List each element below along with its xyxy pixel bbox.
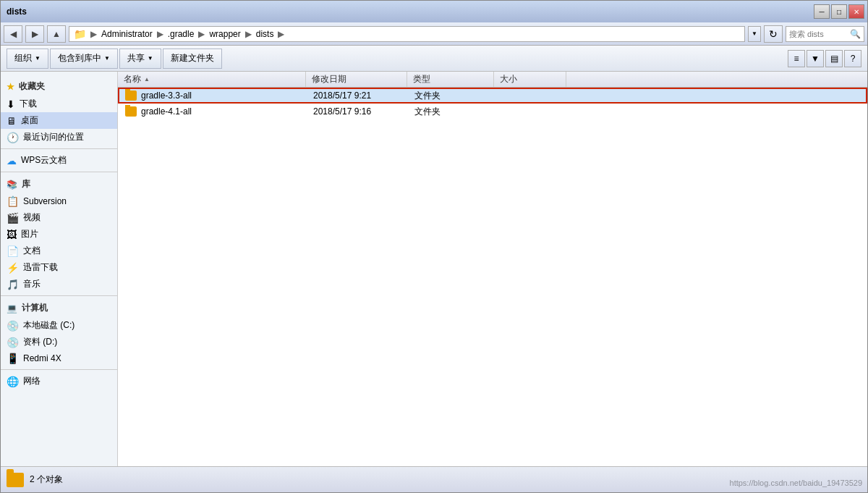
maximize-button[interactable]: □: [831, 4, 847, 19]
up-button[interactable]: ▲: [47, 25, 66, 43]
table-row[interactable]: gradle-4.1-all 2018/5/17 9:16 文件夹: [118, 104, 867, 119]
col-header-size[interactable]: 大小: [494, 72, 566, 87]
help-button[interactable]: ?: [844, 50, 861, 67]
search-box: 🔍: [786, 26, 864, 42]
file-pane: 名称 ▲ 修改日期 类型 大小 gradl: [118, 72, 867, 466]
computer-header[interactable]: 💻 计算机: [1, 299, 117, 317]
back-button[interactable]: ◀: [4, 25, 22, 43]
sidebar-item-document[interactable]: 📄 文档: [1, 243, 117, 259]
preview-pane-button[interactable]: ▤: [825, 50, 843, 67]
file-date: 2018/5/17 9:16: [313, 106, 371, 117]
include-library-button[interactable]: 包含到库中 ▼: [50, 49, 118, 69]
close-button[interactable]: ✕: [848, 4, 864, 19]
sidebar-item-subversion[interactable]: 📋 Subversion: [1, 193, 117, 209]
divider-2: [1, 172, 117, 172]
share-label: 共享: [127, 52, 145, 64]
sidebar-item-music[interactable]: 🎵 音乐: [1, 276, 117, 292]
col-header-date[interactable]: 修改日期: [306, 72, 407, 87]
new-folder-button[interactable]: 新建文件夹: [163, 49, 222, 69]
favorites-header[interactable]: ★ 收藏夹: [1, 77, 117, 96]
path-admin[interactable]: Administrator: [101, 29, 153, 39]
file-size-cell: [495, 89, 568, 102]
file-date-cell: 2018/5/17 9:21: [307, 89, 409, 102]
library-icon: 📚: [7, 180, 17, 190]
view-dropdown-button[interactable]: ▼: [807, 50, 824, 67]
local-disk-icon: 💿: [7, 320, 19, 332]
forward-button[interactable]: ▶: [25, 25, 44, 43]
library-dropdown-arrow: ▼: [104, 55, 110, 62]
new-folder-label: 新建文件夹: [171, 52, 214, 64]
local-disk-label: 本地磁盘 (C:): [23, 319, 111, 332]
share-button[interactable]: 共享 ▼: [119, 49, 161, 69]
music-label: 音乐: [23, 278, 111, 290]
sidebar-item-image[interactable]: 🖼 图片: [1, 226, 117, 243]
view-details-button[interactable]: ≡: [788, 50, 805, 67]
file-type: 文件夹: [414, 90, 441, 102]
status-count: 2 个对象: [30, 473, 63, 486]
library-header[interactable]: 📚 库: [1, 175, 117, 193]
sidebar-item-disk-d[interactable]: 💿 资料 (D:): [1, 334, 117, 350]
computer-label: 计算机: [22, 302, 48, 314]
sidebar-item-wps[interactable]: ☁ WPS云文档: [1, 152, 117, 169]
subversion-label: Subversion: [23, 196, 111, 206]
image-icon: 🖼: [7, 229, 17, 240]
sidebar-item-download[interactable]: ⬇ 下载: [1, 96, 117, 112]
computer-icon: 💻: [7, 303, 17, 313]
network-label: 网络: [23, 375, 111, 387]
share-dropdown-arrow: ▼: [148, 55, 153, 62]
sidebar: ★ 收藏夹 ⬇ 下载 🖥 桌面 🕐 最近访问的位置: [1, 72, 118, 466]
search-input[interactable]: [789, 30, 847, 38]
include-library-label: 包含到库中: [58, 52, 101, 64]
subversion-icon: 📋: [7, 195, 19, 207]
wps-section: ☁ WPS云文档: [1, 152, 117, 169]
toolbar: 组织 ▼ 包含到库中 ▼ 共享 ▼ 新建文件夹 ≡ ▼ ▤ ?: [1, 46, 867, 72]
address-path[interactable]: 📁 ▶ Administrator ▶ .gradle ▶ wrapper ▶ …: [69, 26, 745, 42]
table-row[interactable]: gradle-3.3-all 2018/5/17 9:21 文件夹: [118, 88, 867, 104]
organize-button[interactable]: 组织 ▼: [7, 49, 48, 69]
file-date-cell: 2018/5/17 9:16: [307, 105, 409, 118]
file-size-cell: [495, 105, 568, 118]
folder-icon: 📁: [74, 28, 86, 40]
col-header-type[interactable]: 类型: [407, 72, 494, 87]
search-icon[interactable]: 🔍: [850, 29, 861, 39]
xunlei-label: 迅雷下载: [23, 261, 111, 274]
folder-icon: [125, 90, 137, 101]
sidebar-item-video[interactable]: 🎬 视频: [1, 209, 117, 226]
file-type-cell: 文件夹: [409, 89, 495, 102]
organize-dropdown-arrow: ▼: [35, 55, 41, 62]
col-header-name[interactable]: 名称 ▲: [118, 72, 306, 87]
desktop-icon: 🖥: [7, 115, 17, 127]
sidebar-item-local-disk[interactable]: 💿 本地磁盘 (C:): [1, 317, 117, 334]
sidebar-item-network[interactable]: 🌐 网络: [1, 373, 117, 389]
divider-4: [1, 369, 117, 370]
divider-1: [1, 148, 117, 149]
title-bar-buttons: ─ □ ✕: [814, 4, 864, 19]
video-label: 视频: [23, 211, 111, 224]
file-name: gradle-3.3-all: [141, 90, 192, 101]
favorites-section: ★ 收藏夹 ⬇ 下载 🖥 桌面 🕐 最近访问的位置: [1, 77, 117, 146]
minimize-button[interactable]: ─: [814, 4, 830, 19]
refresh-button[interactable]: ↻: [764, 25, 783, 43]
explorer-window: dists ─ □ ✕ ◀ ▶ ▲ 📁 ▶ Administrator ▶ .g…: [0, 0, 868, 493]
sidebar-item-redmi[interactable]: 📱 Redmi 4X: [1, 350, 117, 366]
address-dropdown-button[interactable]: ▼: [748, 26, 761, 42]
wps-icon: ☁: [7, 155, 17, 167]
sidebar-item-desktop[interactable]: 🖥 桌面: [1, 112, 117, 129]
favorites-icon: ★: [7, 82, 14, 92]
document-label: 文档: [23, 245, 111, 257]
xunlei-icon: ⚡: [7, 262, 19, 274]
file-date: 2018/5/17 9:21: [313, 90, 371, 101]
favorites-label: 收藏夹: [19, 80, 45, 93]
file-name: gradle-4.1-all: [141, 106, 192, 117]
sidebar-item-recent[interactable]: 🕐 最近访问的位置: [1, 129, 117, 146]
file-name-cell: gradle-4.1-all: [119, 105, 307, 118]
window-title: dists: [7, 7, 27, 17]
file-list: gradle-3.3-all 2018/5/17 9:21 文件夹: [118, 88, 867, 466]
path-dists[interactable]: dists: [256, 29, 274, 39]
path-wrapper[interactable]: wrapper: [209, 29, 240, 39]
folder-icon: [125, 106, 137, 117]
file-name-cell: gradle-3.3-all: [119, 89, 307, 102]
watermark: https://blog.csdn.net/baidu_19473529: [730, 479, 862, 487]
sidebar-item-xunlei[interactable]: ⚡ 迅雷下载: [1, 259, 117, 276]
path-gradle[interactable]: .gradle: [168, 29, 195, 39]
